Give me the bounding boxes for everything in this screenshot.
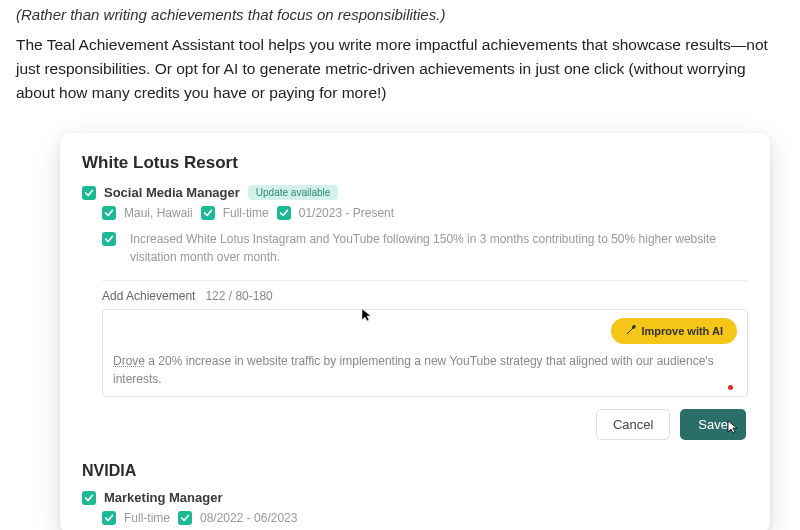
job-type-2: Full-time: [124, 511, 170, 525]
checkbox-icon[interactable]: [82, 491, 96, 505]
checkbox-icon[interactable]: [102, 206, 116, 220]
resume-panel: White Lotus Resort Social Media Manager …: [60, 133, 770, 530]
achievement-editor[interactable]: Improve with AI Drove a 20% increase in …: [102, 309, 748, 397]
save-button[interactable]: Save: [680, 409, 746, 440]
job-location: Maui, Hawaii: [124, 206, 193, 220]
improve-label: Improve with AI: [642, 325, 724, 337]
checkbox-icon[interactable]: [102, 511, 116, 525]
add-achievement-label: Add Achievement: [102, 289, 195, 303]
achievement-existing: Increased White Lotus Instagram and YouT…: [130, 230, 748, 266]
divider: [102, 280, 748, 281]
error-indicator-icon: [728, 385, 733, 390]
company-title: White Lotus Resort: [82, 153, 748, 173]
intro-caption: (Rather than writing achievements that f…: [16, 6, 784, 23]
checkbox-icon[interactable]: [201, 206, 215, 220]
checkbox-icon[interactable]: [102, 232, 116, 246]
editor-text-content[interactable]: Drove a 20% increase in website traffic …: [113, 352, 737, 388]
job-title: Social Media Manager: [104, 185, 240, 200]
job-type: Full-time: [223, 206, 269, 220]
intro-description: The Teal Achievement Assistant tool help…: [16, 33, 784, 105]
job-title-2: Marketing Manager: [104, 490, 222, 505]
magic-wand-icon: [625, 324, 637, 338]
checkbox-icon[interactable]: [82, 186, 96, 200]
job-dates-2: 08/2022 - 06/2023: [200, 511, 297, 525]
company-title-2: NVIDIA: [82, 462, 748, 480]
improve-with-ai-button[interactable]: Improve with AI: [611, 318, 738, 344]
job-dates: 01/2023 - Present: [299, 206, 394, 220]
cancel-button[interactable]: Cancel: [596, 409, 670, 440]
char-count: 122 / 80-180: [205, 289, 272, 303]
update-badge[interactable]: Update available: [248, 185, 339, 200]
checkbox-icon[interactable]: [277, 206, 291, 220]
cursor-icon: [726, 419, 742, 438]
checkbox-icon[interactable]: [178, 511, 192, 525]
